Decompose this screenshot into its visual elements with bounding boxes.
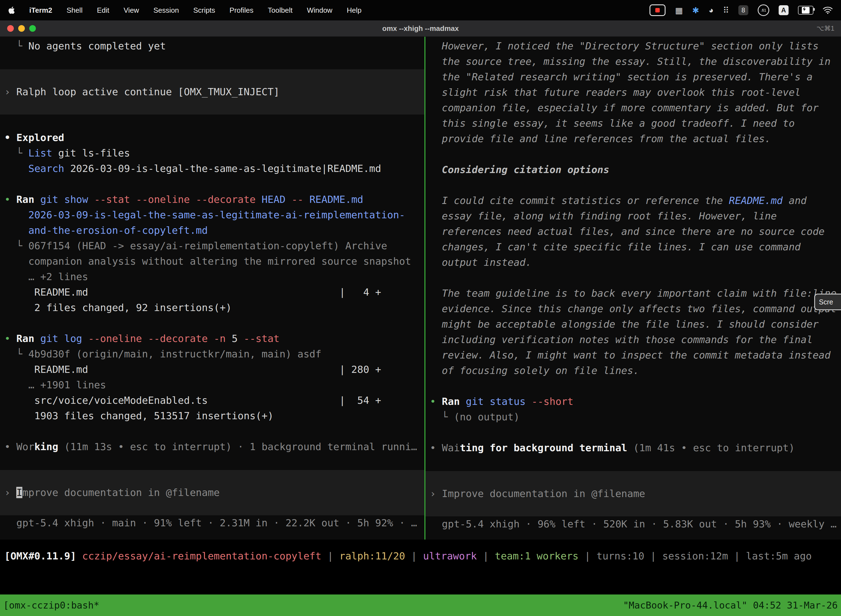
ralph-loop-banner: › Ralph loop active continue [OMX_TMUX_I… xyxy=(0,69,424,114)
text-segment: ting for background terminal xyxy=(460,442,627,453)
terminal-line: src/voice/voiceModeEnabled.ts | 54 + xyxy=(0,393,424,408)
menu-item-window[interactable]: Window xyxy=(307,6,332,15)
text-segment: git show xyxy=(40,194,94,205)
record-stop-square xyxy=(655,8,660,12)
text-segment: king xyxy=(34,441,58,452)
text-segment: README.md | 280 + xyxy=(4,364,381,375)
terminal-line: provide file and line references from th… xyxy=(425,131,841,147)
text-segment: changes, I can't cite specific file line… xyxy=(430,241,801,252)
screen-recording-indicator-icon[interactable] xyxy=(649,4,665,16)
terminal-line: references need actual files, and since … xyxy=(425,224,841,239)
window-title: omx --xhigh --madmax xyxy=(382,24,459,33)
text-segment: --stat --oneline --decorate xyxy=(94,194,262,205)
text-segment: List xyxy=(28,147,53,159)
text-segment: (11m 13s • esc to interrupt) · 1 backgro… xyxy=(58,441,417,452)
screen-share-overlay-label: Scre xyxy=(819,298,833,306)
terminal-line: might be acceptable alongside the file l… xyxy=(425,317,841,332)
tmux-status-bar: [omx-cczip0:bash* "MacBook-Pro-44.local"… xyxy=(0,594,841,616)
text-segment: references need actual files, and since … xyxy=(430,226,825,237)
text-segment: team:1 workers xyxy=(495,550,578,562)
text-segment: README.md xyxy=(309,194,363,205)
text-segment: … +1901 lines xyxy=(4,379,106,390)
battery-gauge-icon[interactable]: .61 xyxy=(757,4,769,16)
text-segment: README.md | 4 + xyxy=(4,286,381,298)
text-segment: 2026-03-09-is-legal-the-same-as-legitima… xyxy=(4,209,405,220)
menu-item-help[interactable]: Help xyxy=(347,6,362,15)
desktop: { "colors":{ "terminal_bg":"#0c0c0c","st… xyxy=(0,0,841,616)
text-segment: Search xyxy=(28,163,64,174)
text-segment: companion analysis without altering the … xyxy=(4,255,411,267)
text-segment: and-the-erosion-of-copyleft.md xyxy=(4,224,208,236)
text-segment: └ xyxy=(4,40,28,51)
terminal-line: including verification notes with those … xyxy=(425,332,841,348)
dots-grid-icon[interactable]: ⠿ xyxy=(723,6,729,15)
text-segment: cczip/essay/ai-reimplementation-copyleft xyxy=(82,550,321,562)
text-segment: review. Also, I might want to inspect th… xyxy=(430,349,831,361)
working-status: • Working (11m 13s • esc to interrupt) ·… xyxy=(0,439,424,455)
terminal-line: slight risk that future readers may over… xyxy=(425,85,841,100)
screen-share-overlay-button[interactable]: Scre xyxy=(814,294,841,310)
menu-item-profiles[interactable]: Profiles xyxy=(230,6,253,15)
statusline-right: gpt-5.4 xhigh · 96% left · 520K in · 5.8… xyxy=(425,516,841,532)
menu-item-session[interactable]: Session xyxy=(154,6,179,15)
text-segment: 2026-03-09-is-legal-the-same-as-legitima… xyxy=(64,163,381,174)
menu-item-toolbelt[interactable]: Toolbelt xyxy=(268,6,293,15)
text-segment: The team guideline is to back every impo… xyxy=(430,287,837,299)
apple-menu-icon[interactable] xyxy=(8,6,15,14)
text-segment: ralph:11/20 xyxy=(339,550,405,562)
prompt-input-left[interactable]: › Improve documentation in @filename xyxy=(0,470,424,515)
tmux-host-clock-label: "MacBook-Pro-44.local" 04:52 31-Mar-26 xyxy=(623,600,838,611)
zoom-button[interactable] xyxy=(29,25,36,32)
menu-item-list: iTerm2ShellEditViewSessionScriptsProfile… xyxy=(29,6,362,15)
text-segment: --oneline --decorate -n xyxy=(88,333,231,344)
text-segment: essay file, along with finding root file… xyxy=(430,210,777,221)
terminal-line: review. Also, I might want to inspect th… xyxy=(425,348,841,363)
battery-icon[interactable] xyxy=(798,6,813,15)
password-key-icon[interactable]: 8 xyxy=(738,5,748,15)
text-segment: 5 xyxy=(232,333,244,344)
text-segment: --short xyxy=(532,396,573,407)
text-segment: git log xyxy=(40,333,88,344)
menu-item-shell[interactable]: Shell xyxy=(66,6,82,15)
text-segment: git ls-files xyxy=(52,147,130,159)
terminal-line: … +2 lines xyxy=(0,269,424,285)
minimize-button[interactable] xyxy=(18,25,25,32)
text-segment: gpt-5.4 xhigh · main · 91% left · 2.31M … xyxy=(4,517,417,528)
text-segment: evidence. Since this change only affects… xyxy=(430,303,837,314)
terminal-line: companion analysis without altering the … xyxy=(0,254,424,269)
text-segment: › Improve documentation in @filename xyxy=(430,488,645,499)
menu-item-view[interactable]: View xyxy=(124,6,139,15)
text-segment: › xyxy=(4,86,16,97)
text-segment: I could cite commit statistics or refere… xyxy=(430,195,729,206)
text-segment: slight risk that future readers may over… xyxy=(430,87,801,98)
statusline-left: gpt-5.4 xhigh · main · 91% left · 2.31M … xyxy=(0,515,424,531)
menu-item-iterm2[interactable]: iTerm2 xyxy=(29,6,52,15)
menu-items: iTerm2ShellEditViewSessionScriptsProfile… xyxy=(8,6,362,15)
text-segment: -- xyxy=(292,194,309,205)
text-segment: of focusing solely on file lines. xyxy=(430,365,639,376)
menu-item-edit[interactable]: Edit xyxy=(97,6,109,15)
text-segment: [OMX#0.11.9] xyxy=(4,550,82,562)
text-segment: 2 files changed, 92 insertions(+) xyxy=(4,302,232,313)
traffic-lights xyxy=(7,25,36,32)
wifi-icon[interactable] xyxy=(823,6,833,14)
menu-item-scripts[interactable]: Scripts xyxy=(193,6,215,15)
close-button[interactable] xyxy=(7,25,14,32)
text-segment: provide file and line references from th… xyxy=(430,133,771,144)
text-segment: the source tree, missing the essay. Stil… xyxy=(430,56,831,67)
terminal-line: 2026-03-09-is-legal-the-same-as-legitima… xyxy=(0,207,424,223)
terminal-line: companion file, especially if more comme… xyxy=(425,100,841,116)
left-pane[interactable]: └ No agents completed yet› Ralph loop ac… xyxy=(0,37,424,540)
right-pane[interactable]: However, I noticed the "Directory Struct… xyxy=(425,37,841,540)
prompt-input-right[interactable]: › Improve documentation in @filename xyxy=(425,471,841,516)
grid-icon[interactable]: ▦ xyxy=(675,6,683,15)
sparkle-icon[interactable]: ✱ xyxy=(692,6,699,15)
input-source-icon[interactable]: A xyxy=(779,5,788,15)
terminal-line: the source tree, missing the essay. Stil… xyxy=(425,54,841,69)
circle-app-icon[interactable]: ◕ xyxy=(709,6,714,15)
terminal-line: The team guideline is to back every impo… xyxy=(425,286,841,301)
text-segment: README.md xyxy=(729,195,783,206)
window-title-bar: omx --xhigh --madmax ⌥⌘1 xyxy=(0,21,841,37)
text-segment: HEAD xyxy=(262,194,292,205)
text-segment: | xyxy=(405,550,423,562)
